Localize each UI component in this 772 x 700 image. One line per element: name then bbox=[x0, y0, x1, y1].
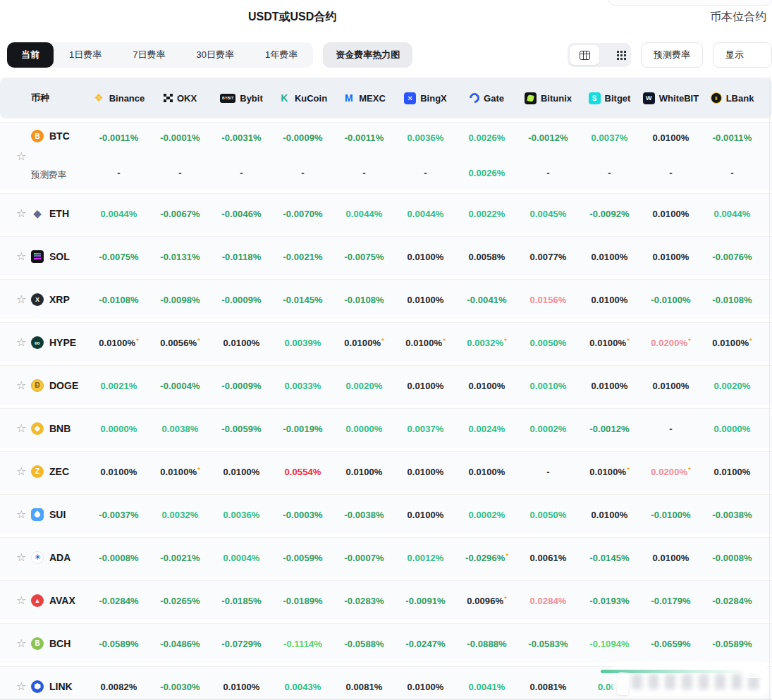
coin-cell-hype[interactable]: ☆∞HYPE bbox=[0, 323, 88, 362]
rate-value: 0.0100% bbox=[468, 381, 505, 391]
table-view-button[interactable] bbox=[570, 45, 599, 65]
exchange-header-binance[interactable]: ❖Binance bbox=[88, 92, 149, 104]
rate-cell-eth-binance: 0.0044% bbox=[88, 207, 149, 220]
asterisk-flag-icon: * bbox=[688, 337, 691, 344]
rate-cell-doge-mexc: 0.0020% bbox=[333, 379, 395, 392]
exchange-header-bitget[interactable]: SBitget bbox=[579, 92, 640, 104]
exchange-header-whitebit[interactable]: WWhiteBIT bbox=[640, 92, 701, 104]
favorite-star-icon[interactable]: ☆ bbox=[16, 466, 26, 477]
coin-cell-ada[interactable]: ☆✳ADA bbox=[0, 538, 88, 577]
rate-cell-bch-bitget: -0.1094% bbox=[579, 637, 640, 650]
right-controls: 预测费率 显示 bbox=[568, 42, 772, 68]
exchange-header-bingx[interactable]: ✕BingX bbox=[395, 92, 456, 104]
show-button[interactable]: 显示 bbox=[713, 42, 772, 68]
bingx-logo-icon: ✕ bbox=[404, 92, 416, 104]
tab-usdt-contracts[interactable]: USDT或USD合约 bbox=[248, 10, 336, 25]
rate-cell-bnb-gate: 0.0024% bbox=[456, 422, 517, 435]
rate-cell-hype-bybit: 0.0100% bbox=[211, 336, 272, 349]
filter-tab-1[interactable]: 1日费率 bbox=[54, 42, 117, 68]
rate-value: 0.0037% bbox=[591, 133, 627, 143]
rate-cell-link-bitunix: 0.0081% bbox=[517, 680, 579, 693]
favorite-star-icon[interactable]: ☆ bbox=[16, 380, 26, 391]
coin-cell-avax[interactable]: ☆▲AVAX bbox=[0, 581, 88, 620]
filter-tab-2[interactable]: 7日费率 bbox=[117, 42, 180, 68]
exchange-header-mexc[interactable]: MMEXC bbox=[333, 92, 395, 104]
favorite-star-icon[interactable]: ☆ bbox=[16, 595, 26, 606]
rate-cell-hype-lbank: 0.0100%* bbox=[701, 336, 763, 349]
favorite-star-icon[interactable]: ☆ bbox=[16, 552, 26, 563]
coin-cell-bch[interactable]: ☆BBCH bbox=[0, 624, 88, 663]
coin-cell-eth[interactable]: ☆◆ETH bbox=[0, 194, 88, 233]
coin-row-sui: ☆SUI-0.0037%0.0032%0.0036%-0.0003%-0.003… bbox=[0, 494, 772, 534]
coin-label: ✳ADA bbox=[0, 551, 71, 564]
rate-value: -0.0031% bbox=[221, 133, 261, 143]
favorite-star-icon[interactable]: ☆ bbox=[16, 208, 26, 219]
rate-value: -0.0037% bbox=[99, 510, 138, 520]
favorite-star-icon[interactable]: ☆ bbox=[16, 423, 26, 434]
rate-cell-btc-mexc: -0.0011%- bbox=[333, 123, 395, 190]
favorite-star-icon[interactable]: ☆ bbox=[16, 681, 26, 692]
rate-value: - bbox=[362, 168, 365, 178]
favorite-star-icon[interactable]: ☆ bbox=[16, 251, 26, 262]
grid-view-button[interactable] bbox=[599, 45, 629, 65]
rate-cell-ada-bitunix: 0.0061% bbox=[517, 551, 579, 564]
favorite-star-icon[interactable]: ☆ bbox=[16, 294, 26, 305]
favorite-star-icon[interactable]: ☆ bbox=[16, 509, 26, 520]
filter-tab-0[interactable]: 当前 bbox=[7, 42, 54, 68]
rate-cell-sol-bitget: 0.0100% bbox=[579, 250, 640, 263]
coin-symbol: XRP bbox=[49, 294, 70, 305]
coin-cell-xrp[interactable]: ☆XXRP bbox=[0, 280, 88, 319]
rate-cell-link-binance: 0.0082% bbox=[88, 680, 149, 693]
rate-cell-zec-okx: 0.0100%* bbox=[149, 465, 211, 478]
predicted-rate-button[interactable]: 预测费率 bbox=[641, 42, 703, 68]
favorite-star-icon[interactable]: ☆ bbox=[16, 151, 26, 162]
exchange-header-okx[interactable]: OKX bbox=[149, 93, 211, 104]
rate-value: - bbox=[424, 168, 427, 178]
coin-cell-btc[interactable]: ☆BBTC预测费率 bbox=[0, 123, 88, 190]
asterisk-flag-icon: * bbox=[443, 337, 446, 344]
rate-cell-sol-bitunix: 0.0077% bbox=[517, 250, 579, 263]
funding-heatmap-button[interactable]: 资金费率热力图 bbox=[323, 42, 412, 68]
coin-cell-doge[interactable]: ☆ÐDOGE bbox=[0, 366, 88, 405]
rate-value: - bbox=[730, 168, 733, 178]
coin-row-bnb: ☆◆BNB0.0000%0.0038%-0.0059%-0.0019%0.000… bbox=[0, 408, 772, 448]
rate-value: -0.1114% bbox=[283, 639, 322, 649]
rate-cell-btc-bitget: 0.0037%- bbox=[579, 123, 640, 190]
asterisk-flag-icon: * bbox=[627, 466, 630, 473]
favorite-star-icon[interactable]: ☆ bbox=[16, 337, 26, 348]
exchange-name: BingX bbox=[420, 93, 447, 104]
top-cutoff-panel bbox=[608, 0, 772, 6]
rate-cell-ada-kucoin: -0.0059% bbox=[272, 551, 333, 564]
rate-value: 0.0100% bbox=[407, 510, 443, 520]
rate-value: 0.0100% bbox=[591, 295, 627, 305]
exchange-header-bybit[interactable]: BYBITBybit bbox=[211, 93, 272, 104]
rate-value: 0.0026% bbox=[468, 133, 505, 143]
rate-value: -0.0589% bbox=[712, 639, 752, 649]
filter-tab-4[interactable]: 1年费率 bbox=[250, 42, 313, 68]
favorite-star-icon[interactable]: ☆ bbox=[16, 638, 26, 649]
tab-coin-margined-contracts[interactable]: 币本位合约 bbox=[710, 10, 766, 25]
exchange-header-gate[interactable]: Gate bbox=[456, 93, 517, 104]
coin-cell-sui[interactable]: ☆SUI bbox=[0, 495, 88, 534]
exchange-header-kucoin[interactable]: KKuCoin bbox=[272, 92, 333, 104]
exchange-header-lbank[interactable]: ‖LBank bbox=[701, 92, 763, 104]
sui-coin-icon bbox=[31, 508, 44, 521]
rate-cell-xrp-binance: -0.0108% bbox=[88, 293, 149, 306]
rate-value: 0.0100% bbox=[468, 467, 505, 477]
rate-cell-avax-bitunix: 0.0284% bbox=[517, 594, 579, 607]
coin-symbol: SUI bbox=[49, 509, 66, 520]
filter-tab-3[interactable]: 30日费率 bbox=[180, 42, 249, 68]
rate-value: 0.0010% bbox=[529, 381, 566, 391]
coin-cell-link[interactable]: ☆LINK bbox=[0, 667, 88, 700]
rate-value: -0.0009% bbox=[221, 295, 261, 305]
coin-cell-zec[interactable]: ☆ZZEC bbox=[0, 452, 88, 491]
rate-value: -0.0145% bbox=[589, 553, 629, 563]
exchange-header-bitunix[interactable]: Bitunix bbox=[517, 92, 579, 104]
rate-value: -0.0007% bbox=[344, 553, 384, 563]
coin-label: ◆BNB bbox=[0, 422, 71, 435]
coin-cell-sol[interactable]: ☆SOL bbox=[0, 237, 88, 276]
rate-value: - bbox=[669, 424, 672, 434]
rate-value: -0.0659% bbox=[651, 639, 690, 649]
rate-cell-btc-bybit: -0.0031%- bbox=[211, 123, 272, 190]
coin-cell-bnb[interactable]: ☆◆BNB bbox=[0, 409, 88, 448]
